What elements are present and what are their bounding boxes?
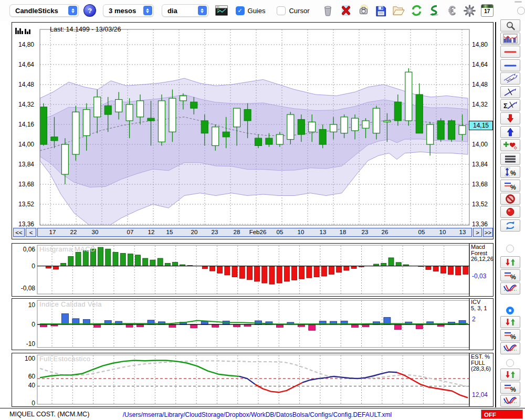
icv-bar-negative xyxy=(276,324,283,328)
stochastic-lines-percent-button[interactable]: % xyxy=(500,382,520,394)
icv-lines-percent-button[interactable]: % xyxy=(500,329,520,341)
settings-button[interactable] xyxy=(463,4,477,18)
tick-label: 13,52 xyxy=(472,201,488,208)
date-label: 13 xyxy=(459,229,466,235)
stochastic-panel: 10060400 Full Estocàstico EST. % FULL (2… xyxy=(12,353,494,407)
delete-button[interactable] xyxy=(339,4,353,18)
candle-up xyxy=(137,101,144,117)
zoom-search-button[interactable] xyxy=(500,19,520,32)
date-label: 22 xyxy=(70,229,77,235)
cursor-checkbox[interactable]: Cursor xyxy=(277,6,309,15)
macd-bar-positive xyxy=(128,254,133,266)
cursor-label: Cursor xyxy=(289,7,309,15)
red-down-arrow-icon xyxy=(504,113,517,123)
stochastic-curve-button[interactable] xyxy=(500,395,520,407)
icv-bar-positive xyxy=(61,314,68,325)
blue-hline-button[interactable] xyxy=(500,59,520,71)
record-button[interactable] xyxy=(500,206,520,218)
macd-bar-negative xyxy=(463,266,468,275)
tick-label: 0 xyxy=(32,400,35,406)
off-toggle-button[interactable]: OFF xyxy=(481,410,523,419)
line-list-button[interactable] xyxy=(500,153,520,165)
macd-bar-negative xyxy=(53,266,58,269)
curve-overlay-icon xyxy=(503,344,518,353)
channel-button[interactable] xyxy=(500,72,520,85)
refresh-button[interactable] xyxy=(410,4,424,18)
stochastic-watermark: Full Estocàstico xyxy=(39,355,90,363)
tick-label: 13,52 xyxy=(18,201,34,208)
macd-lines-percent-button[interactable]: % xyxy=(500,269,520,281)
macd-bar-positive xyxy=(173,262,178,266)
svg-text:%: % xyxy=(510,386,516,393)
candle-up xyxy=(330,124,337,132)
config-path-link[interactable]: /Users/mserra/Library/CloudStorage/Dropb… xyxy=(52,411,462,418)
icv-bar-negative xyxy=(191,324,197,328)
macd-bar-positive xyxy=(113,253,118,266)
toolbar-radio[interactable] xyxy=(517,7,525,15)
calendar-button[interactable]: 17 xyxy=(480,4,495,18)
trash-button[interactable] xyxy=(321,4,335,18)
tick-label: 14,80 xyxy=(18,41,34,48)
euro-button[interactable]: € xyxy=(445,4,459,18)
candle-up xyxy=(126,104,133,121)
sync-back-button[interactable] xyxy=(427,4,442,18)
candle-up xyxy=(83,110,90,136)
toolbar: CandleSticks ? 3 mesos dia ✓ Guies xyxy=(0,0,525,21)
macd-curve-button[interactable] xyxy=(500,282,520,295)
save-button[interactable] xyxy=(374,4,388,18)
icv-arrows-button[interactable] xyxy=(500,316,520,328)
macd-bar-negative xyxy=(351,266,356,269)
mini-histogram-icon xyxy=(15,28,30,34)
stochastic-select-radio[interactable] xyxy=(506,359,514,367)
candle-up xyxy=(362,121,369,128)
add-markers-button[interactable] xyxy=(500,139,520,151)
macd-bar-negative xyxy=(217,266,223,274)
interval-select[interactable]: dia xyxy=(162,4,208,17)
guies-checkbox[interactable]: ✓ Guies xyxy=(236,6,266,15)
icv-curve-button[interactable] xyxy=(500,342,520,354)
candle-down xyxy=(266,138,272,144)
mini-chart-window-button[interactable] xyxy=(215,4,229,18)
open-button[interactable] xyxy=(392,4,406,18)
sum-trend-button[interactable]: Σ xyxy=(500,99,520,111)
macd-bar-positive xyxy=(98,247,103,266)
macd-select-radio[interactable] xyxy=(506,245,514,253)
candle-down xyxy=(448,121,455,140)
svg-text:Σ: Σ xyxy=(503,102,508,110)
guies-checkbox-box[interactable]: ✓ xyxy=(236,6,245,15)
svg-text:%: % xyxy=(510,170,516,177)
period-select[interactable]: 3 mesos xyxy=(103,4,154,17)
candle-down xyxy=(319,130,326,145)
trend-arrow-button[interactable] xyxy=(500,86,520,98)
tick-label: 14,32 xyxy=(472,101,488,108)
channel-icon xyxy=(503,74,518,83)
price-chart[interactable]: 14,8014,8014,6414,6414,4814,4814,3214,32… xyxy=(12,23,493,239)
arrow-down-button[interactable] xyxy=(500,112,520,124)
stochastic-arrows-button[interactable] xyxy=(500,369,520,381)
tick-label: 14,64 xyxy=(472,61,488,68)
icv-select-radio[interactable] xyxy=(506,307,514,314)
tick-label: 14,48 xyxy=(472,81,488,88)
vrange-percent-button[interactable]: % xyxy=(500,166,520,178)
date-label: 13 xyxy=(320,229,327,235)
forbidden-button[interactable] xyxy=(500,193,520,205)
indicator-window-button[interactable] xyxy=(500,33,520,45)
chart-type-select[interactable]: CandleSticks xyxy=(9,4,79,17)
candle-up xyxy=(180,96,186,101)
snapshot-button[interactable] xyxy=(356,4,371,18)
help-button[interactable]: ? xyxy=(83,4,96,17)
cursor-checkbox-box[interactable] xyxy=(277,6,286,15)
tick-label: 13,36 xyxy=(472,220,488,228)
candle-up xyxy=(158,101,165,142)
icv-panel: 100-10 Indice Calidad Vela ICV 5, 3, 1 2 xyxy=(12,298,494,350)
swap-refresh-button[interactable] xyxy=(500,219,520,232)
candle-down xyxy=(394,102,401,121)
lines-percent-button[interactable]: % xyxy=(500,180,520,192)
macd-arrows-button[interactable] xyxy=(500,256,520,268)
arrow-up-button[interactable] xyxy=(500,126,520,138)
icv-value: 2 xyxy=(472,316,476,323)
candle-up xyxy=(234,108,240,127)
red-hline-button[interactable] xyxy=(500,46,520,58)
forbidden-icon xyxy=(504,194,517,204)
macd-bar-positive xyxy=(388,258,394,266)
